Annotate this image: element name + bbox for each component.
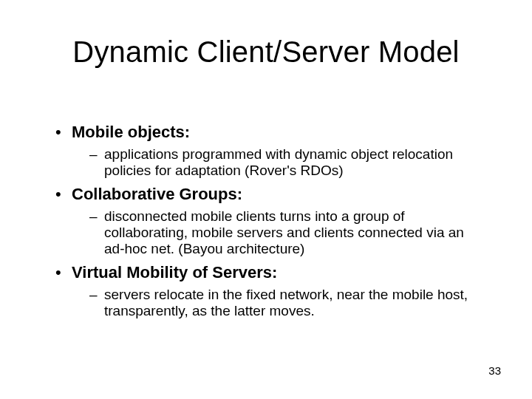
bullet-label: Collaborative Groups: <box>72 185 484 204</box>
dash-icon: – <box>89 287 104 303</box>
subbullet-text: servers relocate in the fixed network, n… <box>104 287 484 319</box>
bullet-mobile-objects: • Mobile objects: <box>55 123 484 142</box>
subbullet-virtual-mobility: – servers relocate in the fixed network,… <box>89 287 484 319</box>
page-number: 33 <box>488 364 501 377</box>
subbullet-text: applications programmed with dynamic obj… <box>104 146 484 179</box>
subbullet-collaborative-groups: – disconnected mobile clients turns into… <box>89 208 484 257</box>
slide-body: • Mobile objects: – applications program… <box>55 118 484 325</box>
subbullet-mobile-objects: – applications programmed with dynamic o… <box>89 146 484 179</box>
bullet-virtual-mobility: • Virtual Mobility of Servers: <box>55 263 484 282</box>
bullet-icon: • <box>55 263 72 282</box>
subbullet-text: disconnected mobile clients turns into a… <box>104 208 484 257</box>
bullet-label: Mobile objects: <box>72 123 484 142</box>
dash-icon: – <box>89 146 104 163</box>
bullet-label: Virtual Mobility of Servers: <box>72 263 484 282</box>
bullet-collaborative-groups: • Collaborative Groups: <box>55 185 484 204</box>
slide-title: Dynamic Client/Server Model <box>0 35 532 69</box>
slide: Dynamic Client/Server Model • Mobile obj… <box>0 0 532 399</box>
dash-icon: – <box>89 208 104 225</box>
bullet-icon: • <box>55 185 72 204</box>
bullet-icon: • <box>55 123 72 142</box>
